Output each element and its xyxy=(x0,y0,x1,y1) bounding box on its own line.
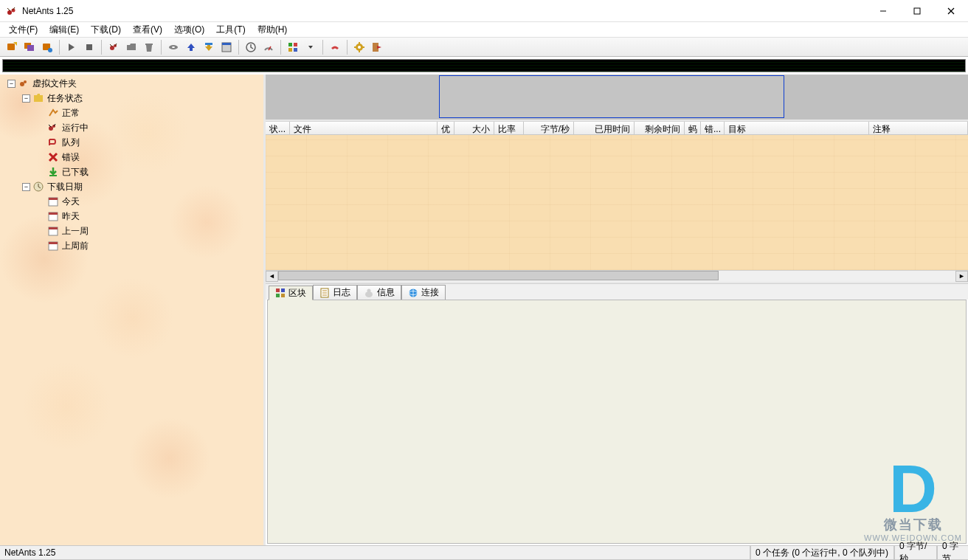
toolbar-delete-icon[interactable] xyxy=(141,39,157,55)
toolbar-hangup-icon[interactable] xyxy=(327,39,343,55)
tree-date-before[interactable]: 上周前 xyxy=(0,238,263,253)
scroll-thumb[interactable] xyxy=(278,271,719,280)
svg-rect-51 xyxy=(49,212,58,215)
link-icon xyxy=(408,288,418,298)
tab-label: 信息 xyxy=(377,286,395,299)
col-priority[interactable]: 优 xyxy=(438,122,454,134)
toolbar-move-down-icon[interactable] xyxy=(201,39,217,55)
tree-task-status[interactable]: − 任务状态 xyxy=(0,91,263,106)
expander-icon[interactable]: − xyxy=(7,80,15,88)
toolbar-speed-icon[interactable] xyxy=(260,39,277,55)
tab-label: 区块 xyxy=(288,287,306,300)
task-list-header: 状... 文件 优 大小 比率 字节/秒 已用时间 剩余时间 蚂 错... 目标… xyxy=(266,121,968,135)
app-icon xyxy=(6,5,18,17)
menu-help[interactable]: 帮助(H) xyxy=(252,22,294,38)
col-remaining[interactable]: 剩余时间 xyxy=(635,122,685,134)
scroll-left-icon[interactable]: ◄ xyxy=(266,271,278,282)
col-comment[interactable]: 注释 xyxy=(869,122,968,134)
minimize-button[interactable] xyxy=(866,0,900,22)
col-speed[interactable]: 字节/秒 xyxy=(524,122,574,134)
svg-rect-26 xyxy=(288,48,292,52)
tree-status-queued[interactable]: 队列 xyxy=(0,135,263,150)
col-elapsed[interactable]: 已用时间 xyxy=(574,122,635,134)
svg-rect-57 xyxy=(281,288,285,292)
menu-view[interactable]: 查看(V) xyxy=(127,22,168,38)
svg-point-12 xyxy=(48,48,52,52)
menu-download[interactable]: 下载(D) xyxy=(85,22,127,38)
status-bar: NetAnts 1.25 0 个任务 (0 个运行中, 0 个队列中) 0 字节… xyxy=(0,545,968,560)
toolbar-options-icon[interactable] xyxy=(351,39,367,55)
toolbar-play-icon[interactable] xyxy=(63,39,80,55)
tree-date-yesterday[interactable]: 昨天 xyxy=(0,209,263,224)
scroll-track[interactable] xyxy=(278,271,955,282)
tab-log[interactable]: 日志 xyxy=(313,285,357,300)
expander-icon[interactable]: − xyxy=(22,94,30,103)
banner-placeholder[interactable] xyxy=(439,75,784,118)
tree-status-error[interactable]: 错误 xyxy=(0,150,263,165)
toolbar-add-icon[interactable] xyxy=(4,39,20,55)
menu-options[interactable]: 选项(O) xyxy=(168,22,210,38)
tree-label: 正常 xyxy=(62,107,80,120)
tree-status-running[interactable]: 运行中 xyxy=(0,120,263,135)
tree-label: 上一周 xyxy=(62,225,89,238)
maximize-button[interactable] xyxy=(900,0,934,22)
calendar-icon xyxy=(47,225,59,237)
col-status[interactable]: 状... xyxy=(266,122,290,134)
tree-status-downloaded[interactable]: 已下载 xyxy=(0,165,263,179)
tab-info[interactable]: 信息 xyxy=(357,285,401,300)
svg-rect-19 xyxy=(205,43,212,45)
toolbar-schedule-icon[interactable] xyxy=(243,39,259,55)
tree-date-lastweek[interactable]: 上一周 xyxy=(0,224,263,238)
toolbar-folder-icon[interactable] xyxy=(123,39,139,55)
task-list-body[interactable] xyxy=(266,135,968,270)
svg-point-35 xyxy=(20,82,24,86)
menu-file[interactable]: 文件(F) xyxy=(3,22,44,38)
col-file[interactable]: 文件 xyxy=(290,122,438,134)
toolbar-exit-icon[interactable] xyxy=(369,39,385,55)
status-app: NetAnts 1.25 xyxy=(0,546,750,560)
title-bar: NetAnts 1.25 xyxy=(0,0,968,22)
svg-rect-55 xyxy=(49,242,58,244)
tree-download-date[interactable]: − 下载日期 xyxy=(0,179,263,194)
category-tree: − 虚拟文件夹 − 任务状态 正常 运行中 队列 xyxy=(0,75,266,545)
svg-rect-27 xyxy=(294,48,297,52)
col-error[interactable]: 错... xyxy=(701,122,725,134)
svg-rect-56 xyxy=(276,288,280,292)
col-ratio[interactable]: 比率 xyxy=(494,122,524,134)
toolbar-category-icon[interactable] xyxy=(285,39,301,55)
tab-link[interactable]: 连接 xyxy=(401,285,446,300)
toolbar-stop-icon[interactable] xyxy=(81,39,97,55)
menu-tools[interactable]: 工具(T) xyxy=(210,22,251,38)
tree-label: 运行中 xyxy=(62,122,89,134)
col-target[interactable]: 目标 xyxy=(725,122,869,134)
svg-rect-21 xyxy=(222,43,231,45)
tree-label: 上周前 xyxy=(62,240,89,252)
horizontal-scrollbar[interactable]: ◄ ► xyxy=(266,270,968,281)
queue-icon xyxy=(47,136,59,148)
scroll-right-icon[interactable]: ► xyxy=(955,271,968,282)
toolbar-add-url-icon[interactable] xyxy=(39,39,55,55)
svg-rect-5 xyxy=(914,8,920,14)
tree-date-today[interactable]: 今天 xyxy=(0,194,263,209)
status-tasks: 0 个任务 (0 个运行中, 0 个队列中) xyxy=(750,546,894,560)
toolbar-ant-icon[interactable] xyxy=(106,39,122,55)
svg-rect-16 xyxy=(145,44,153,45)
expander-icon[interactable]: − xyxy=(22,183,30,191)
tree-status-normal[interactable]: 正常 xyxy=(0,106,263,120)
toolbar-dropdown-icon[interactable] xyxy=(302,39,319,55)
task-list: 状... 文件 优 大小 比率 字节/秒 已用时间 剩余时间 蚂 错... 目标… xyxy=(266,121,968,283)
svg-point-0 xyxy=(7,10,12,15)
toolbar-browser-icon[interactable] xyxy=(218,39,235,55)
ant-icon xyxy=(18,77,30,89)
toolbar-add-batch-icon[interactable] xyxy=(21,39,38,55)
menu-edit[interactable]: 编辑(E) xyxy=(44,22,85,38)
tree-root[interactable]: − 虚拟文件夹 xyxy=(0,76,263,91)
col-size[interactable]: 大小 xyxy=(454,122,494,134)
svg-point-18 xyxy=(172,46,175,48)
toolbar-move-up-icon[interactable] xyxy=(183,39,199,55)
global-progress-bar xyxy=(2,59,966,72)
toolbar-disk-icon[interactable] xyxy=(165,39,182,55)
tab-blocks[interactable]: 区块 xyxy=(269,286,313,300)
close-button[interactable] xyxy=(934,0,968,22)
col-ants[interactable]: 蚂 xyxy=(685,122,701,134)
